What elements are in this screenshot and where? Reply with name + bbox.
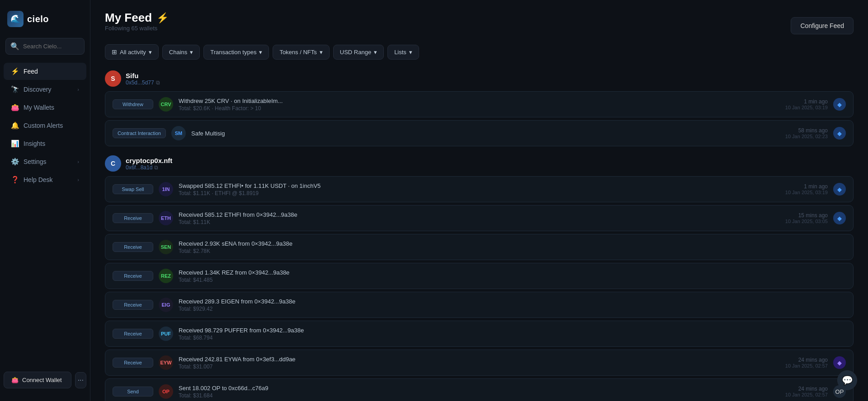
search-bar[interactable]: 🔍 Ctrl+K [5, 38, 85, 55]
time-full: 10 Jan 2025, 03:05 [785, 219, 828, 224]
chevron-down-icon-tx: ▾ [259, 49, 262, 56]
activity-badge: Send [113, 387, 153, 396]
activity-main-text: Received 1.34K REZ from 0×3942...9a38e [179, 269, 846, 276]
page-subtitle: Following 65 wallets [105, 25, 169, 32]
token-icon: REZ [159, 269, 173, 283]
token-icon: ETH [159, 211, 173, 225]
activity-main-text: Received 242.81 EYWA from 0×3ef3...dd9ae [179, 356, 780, 363]
filter-all-activity-label: All activity [120, 49, 146, 56]
time-full: 10 Jan 2025, 02:23 [785, 134, 828, 139]
activity-card: ReceiveETH Received 585.12 ETHFI from 0×… [105, 205, 854, 231]
wallet-name: cryptocp0x.nft [126, 157, 172, 164]
activity-badge: Receive [113, 329, 153, 339]
sidebar-item-feed[interactable]: ⚡ Feed [4, 63, 86, 80]
activity-sub-text: Total: $68.794 [179, 335, 846, 341]
activity-badge: Receive [113, 213, 153, 223]
sidebar-item-help-desk[interactable]: ❓ Help Desk › [4, 171, 86, 188]
my-wallets-nav-label: My Wallets [24, 104, 54, 111]
wallet-address: 0x5d...5d77 ⧉ [126, 79, 160, 86]
sidebar-item-discovery[interactable]: 🔭 Discovery › [4, 81, 86, 98]
chevron-down-icon: ▾ [149, 49, 152, 56]
token-icon: CRV [159, 97, 173, 112]
activity-time: 58 mins ago 10 Jan 2025, 02:23 [785, 127, 828, 139]
settings-nav-label: Settings [24, 158, 47, 165]
activity-sub-text: Total: $1.11K [179, 219, 780, 225]
sidebar-bottom: 👛 Connect Wallet ··· [0, 366, 90, 394]
activity-badge: Contract Interaction [113, 128, 166, 138]
copy-address-icon[interactable]: ⧉ [154, 164, 158, 171]
sidebar-item-insights[interactable]: 📊 Insights [4, 135, 86, 152]
page-title: My Feed [105, 11, 152, 25]
wallet-info: Sifu 0x5d...5d77 ⧉ [126, 72, 160, 86]
page-title-area: My Feed ⚡ Following 65 wallets [105, 11, 169, 41]
logo-text: cielo [27, 14, 49, 24]
sidebar-item-settings[interactable]: ⚙️ Settings › [4, 153, 86, 170]
filter-transaction-types[interactable]: Transaction types ▾ [203, 45, 269, 60]
chevron-down-icon-usd: ▾ [374, 49, 377, 56]
main-content: My Feed ⚡ Following 65 wallets Configure… [90, 0, 868, 401]
activity-card: ReceiveEIG Received 289.3 EIGEN from 0×3… [105, 292, 854, 318]
lightning-icon: ⚡ [156, 12, 169, 24]
sidebar-item-custom-alerts[interactable]: 🔔 Custom Alerts [4, 117, 86, 134]
filter-lists[interactable]: Lists ▾ [387, 45, 419, 60]
activity-main-text: Received 289.3 EIGEN from 0×3942...9a38e [179, 298, 846, 305]
chain-icon: ◆ [833, 212, 846, 224]
time-ago: 15 mins ago [785, 212, 828, 219]
activity-description: Received 585.12 ETHFI from 0×3942...9a38… [179, 211, 780, 225]
token-icon: SEN [159, 240, 173, 254]
custom-alerts-nav-label: Custom Alerts [24, 122, 63, 129]
sidebar: 🌊 cielo 🔍 Ctrl+K ⚡ Feed 🔭 Discovery › 👛 … [0, 0, 90, 401]
activity-description: Safe Multisig [191, 130, 780, 137]
chain-icon: ◆ [833, 98, 846, 111]
time-ago: 24 mins ago [785, 386, 828, 392]
filter-tokens-nfts-label: Tokens / NFTs [279, 49, 316, 56]
search-input[interactable] [23, 43, 99, 50]
time-full: 10 Jan 2025, 02:57 [785, 392, 828, 397]
filter-usd-range-label: USD Range [340, 49, 371, 56]
my-wallets-nav-icon: 👛 [11, 103, 19, 112]
discovery-nav-label: Discovery [24, 86, 51, 93]
sidebar-item-my-wallets[interactable]: 👛 My Wallets [4, 99, 86, 116]
avatar: C [105, 155, 121, 172]
activity-card: Swap Sell1IN Swapped 585.12 ETHFI• for 1… [105, 176, 854, 202]
activity-badge: Receive [113, 242, 153, 252]
filter-chains[interactable]: Chains ▾ [162, 45, 200, 60]
activity-card: SendOP Sent 18.002 OP to 0xc66d...c76a9 … [105, 378, 854, 401]
connect-wallet-button[interactable]: 👛 Connect Wallet [4, 372, 71, 388]
activity-time: 1 min ago 10 Jan 2025, 03:19 [785, 183, 828, 195]
logo: 🌊 cielo [0, 7, 90, 38]
copy-address-icon[interactable]: ⧉ [156, 79, 160, 86]
configure-feed-button[interactable]: Configure Feed [791, 17, 854, 34]
help-desk-nav-icon: ❓ [11, 176, 19, 184]
more-icon: ··· [78, 376, 84, 384]
chat-bubble-button[interactable]: 💬 [837, 370, 857, 390]
custom-alerts-nav-icon: 🔔 [11, 121, 19, 130]
activity-sub-text: Total: $31.684 [179, 392, 780, 399]
discovery-nav-icon: 🔭 [11, 85, 19, 93]
grid-icon: ⊞ [112, 48, 117, 56]
insights-nav-label: Insights [24, 140, 45, 147]
connect-wallet-row: 👛 Connect Wallet ··· [4, 372, 86, 388]
settings-nav-icon: ⚙️ [11, 158, 19, 166]
chevron-down-icon-chains: ▾ [190, 49, 193, 56]
activity-time: 15 mins ago 10 Jan 2025, 03:05 [785, 212, 828, 224]
wallet-header: C cryptocp0x.nft 0x6f...8a1d ⧉ [105, 155, 854, 172]
sidebar-nav: ⚡ Feed 🔭 Discovery › 👛 My Wallets 🔔 Cust… [0, 62, 90, 189]
filter-all-activity[interactable]: ⊞ All activity ▾ [105, 44, 159, 60]
activity-card: ReceiveREZ Received 1.34K REZ from 0×394… [105, 263, 854, 289]
page-header: My Feed ⚡ Following 65 wallets Configure… [105, 11, 854, 41]
chevron-right-icon: › [77, 177, 79, 182]
activity-description: Withdrew 25K CRV · on InitializableIm...… [179, 98, 780, 112]
chevron-down-icon-lists: ▾ [409, 49, 412, 56]
more-options-button[interactable]: ··· [75, 372, 86, 388]
filter-usd-range[interactable]: USD Range ▾ [333, 45, 384, 60]
filter-lists-label: Lists [394, 49, 406, 56]
filter-tokens-nfts[interactable]: Tokens / NFTs ▾ [273, 45, 329, 60]
token-icon: EIG [159, 298, 173, 312]
activity-time: 24 mins ago 10 Jan 2025, 02:57 [785, 357, 828, 368]
insights-nav-icon: 📊 [11, 140, 19, 148]
activity-sub-text: Total: $2.78K [179, 248, 846, 254]
activity-main-text: Withdrew 25K CRV · on InitializableIm... [179, 98, 780, 104]
activity-badge: Receive [113, 358, 153, 368]
token-icon: PUF [159, 326, 173, 341]
